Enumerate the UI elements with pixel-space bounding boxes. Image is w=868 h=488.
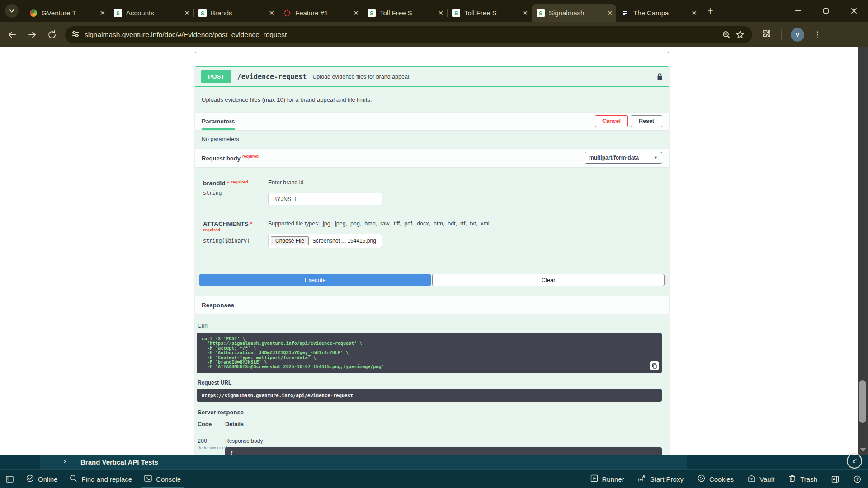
close-window-icon[interactable] <box>840 0 868 22</box>
back-icon[interactable] <box>5 27 20 42</box>
help-icon[interactable]: ? <box>853 470 862 488</box>
tab-signalmash-active[interactable]: S Signalmash ✕ <box>532 4 616 22</box>
tab-title: Signalmash <box>549 9 604 17</box>
responses-header: Responses <box>195 296 669 314</box>
reset-button[interactable]: Reset <box>631 115 662 127</box>
signalmash-icon: S <box>452 9 460 17</box>
vault-button[interactable]: Vault <box>747 470 774 488</box>
field-type: string <box>203 190 262 196</box>
server-response-label: Server response <box>198 409 662 416</box>
zoom-out-icon[interactable] <box>720 28 733 42</box>
close-tab-icon[interactable]: ✕ <box>690 9 698 17</box>
campaign-icon <box>621 9 629 17</box>
tab-title: The Campa <box>633 9 689 17</box>
site-info-icon[interactable] <box>71 30 80 40</box>
required-marker: required <box>242 154 259 159</box>
tab-title: Toll Free S <box>380 9 435 17</box>
extensions-icon[interactable] <box>762 29 772 41</box>
trash-label: Trash <box>800 475 817 483</box>
tab-campaign[interactable]: The Campa ✕ <box>616 4 701 22</box>
scrollbar-thumb[interactable] <box>859 380 866 423</box>
curl-line: -H 'Content-Type: multipart/form-data' \ <box>202 356 657 360</box>
new-tab-button[interactable]: + <box>707 5 713 16</box>
close-tab-icon[interactable]: ✕ <box>352 9 360 17</box>
runner-label: Runner <box>602 475 624 483</box>
tab-parameters[interactable]: Parameters <box>202 113 235 130</box>
close-tab-icon[interactable]: ✕ <box>437 9 444 17</box>
antenna-icon <box>638 474 646 484</box>
browser-menu-icon[interactable]: ⋮ <box>813 29 822 40</box>
choose-file-button[interactable]: Choose File <box>271 236 309 245</box>
content-type-select[interactable]: multipart/form-data ▼ <box>585 152 662 164</box>
file-input[interactable]: Choose File Screenshot ... 154415.png <box>268 234 382 248</box>
tab-tollfree-1[interactable]: S Toll Free S ✕ <box>363 4 447 22</box>
copy-icon[interactable] <box>650 361 659 370</box>
tab-search-button[interactable] <box>5 4 19 18</box>
opblock-header[interactable]: POST /evidence-request Upload evidence f… <box>195 67 669 87</box>
supported-file-types: Supported file types: .jpg, .jpeg, .png,… <box>268 221 662 227</box>
responses-label: Responses <box>202 302 234 309</box>
sidebar-toggle-icon[interactable] <box>5 470 14 488</box>
status-bar-right: Runner Start Proxy Cookies Vault Trash <box>576 470 862 488</box>
url-bar[interactable]: signalmash.gventure.info/doc/#/Evidence/… <box>65 26 752 43</box>
avatar[interactable]: V <box>791 28 804 42</box>
minimize-icon[interactable] <box>784 0 812 22</box>
svg-text:S: S <box>201 10 204 16</box>
response-body-label: Response body <box>225 438 662 444</box>
execute-button[interactable]: Execute <box>199 274 431 286</box>
vault-label: Vault <box>760 475 774 483</box>
close-tab-icon[interactable]: ✕ <box>606 9 613 17</box>
page-scrollbar[interactable] <box>858 47 868 455</box>
method-badge: POST <box>201 70 231 83</box>
brandid-label-cell: brandId * required string <box>203 179 262 205</box>
reload-icon[interactable] <box>44 27 60 42</box>
brandid-input[interactable] <box>268 193 382 205</box>
close-tab-icon[interactable]: ✕ <box>521 9 529 17</box>
close-tab-icon[interactable]: ✕ <box>268 9 275 17</box>
postman-bottom: › Brand Vertical API Tests Online Find a… <box>0 455 868 488</box>
panel-toggle-icon[interactable] <box>831 470 840 488</box>
cookies-button[interactable]: Cookies <box>697 470 734 488</box>
console-toggle[interactable]: Console <box>144 470 181 488</box>
close-tab-icon[interactable]: ✕ <box>183 9 191 17</box>
curl-line: -F 'ATTACHMENTS=@Screenshot 2025-10-07 1… <box>202 365 657 369</box>
online-label: Online <box>38 475 57 483</box>
runner-button[interactable]: Runner <box>590 470 624 488</box>
collection-name[interactable]: Brand Vertical API Tests <box>80 458 158 466</box>
chevron-right-icon[interactable]: › <box>63 456 66 466</box>
forward-icon[interactable] <box>24 27 40 42</box>
trash-button[interactable]: Trash <box>788 470 817 488</box>
tab-tollfree-2[interactable]: S Toll Free S ✕ <box>447 4 532 22</box>
tab-brands[interactable]: S Brands ✕ <box>193 4 278 22</box>
start-proxy-button[interactable]: Start Proxy <box>638 470 684 488</box>
attachments-value-cell: Supported file types: .jpg, .jpeg, .png,… <box>268 221 662 248</box>
svg-text:S: S <box>370 10 373 16</box>
console-icon <box>144 474 152 484</box>
online-status[interactable]: Online <box>26 470 57 488</box>
clear-button[interactable]: Clear <box>432 274 665 286</box>
url-text[interactable]: signalmash.gventure.info/doc/#/Evidence/… <box>85 31 720 39</box>
cancel-button[interactable]: Cancel <box>595 115 628 127</box>
close-tab-icon[interactable]: ✕ <box>99 9 106 17</box>
tab-feature[interactable]: Feature #1 ✕ <box>278 4 363 22</box>
scroll-down-arrow-icon[interactable] <box>860 448 866 452</box>
find-replace-label: Find and replace <box>81 475 132 483</box>
find-and-replace[interactable]: Find and replace <box>69 470 132 488</box>
request-url-value: https://signalmash.gventure.info/api/evi… <box>197 389 662 402</box>
svg-text:S: S <box>116 10 120 16</box>
field-type: string($binary) <box>203 238 262 244</box>
maximize-icon[interactable] <box>812 0 840 22</box>
auth-lock-icon[interactable] <box>657 73 663 80</box>
search-icon <box>69 474 78 484</box>
signalmash-icon: S <box>198 9 207 17</box>
execute-row: Execute Clear <box>195 267 669 296</box>
toolbar-right: V ⋮ <box>762 28 822 42</box>
bookmark-star-icon[interactable] <box>733 28 747 42</box>
tab-accounts[interactable]: S Accounts ✕ <box>109 4 193 22</box>
browser-toolbar: signalmash.gventure.info/doc/#/Evidence/… <box>0 22 868 47</box>
circular-arrow-button[interactable] <box>847 453 862 469</box>
tab-gventure[interactable]: GVenture T ✕ <box>24 4 109 22</box>
postman-status-bar: Online Find and replace Console Runner S… <box>0 469 868 488</box>
svg-text:?: ? <box>856 477 859 482</box>
start-proxy-label: Start Proxy <box>650 475 684 483</box>
